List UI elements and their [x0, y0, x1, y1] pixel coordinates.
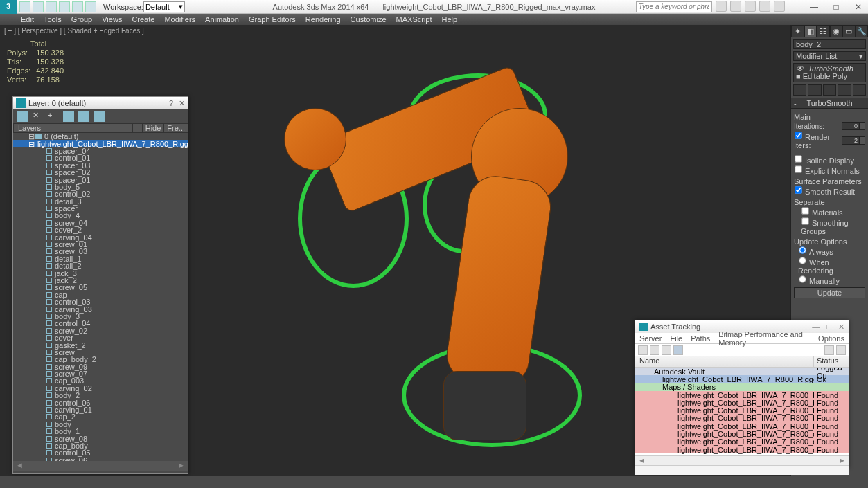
layer-row[interactable]: ⊟ 0 (default) — [13, 133, 188, 140]
tab-modify[interactable]: ◧ — [804, 25, 817, 37]
asset-row[interactable]: lightweight_Cobot_LBR_IIWA_7_R800_bump.P… — [635, 391, 849, 399]
layer-row[interactable]: body_1 — [13, 428, 188, 435]
tab-create[interactable]: ✦ — [791, 25, 804, 37]
menu-views[interactable]: Views — [102, 15, 122, 24]
menu-graph-editors[interactable]: Graph Editors — [249, 15, 296, 24]
layer-row[interactable]: screw_08 — [13, 435, 188, 442]
open-icon[interactable] — [33, 1, 44, 12]
modifier-list-combo[interactable]: Modifier List▾ — [793, 51, 866, 61]
render-iters-check[interactable] — [795, 132, 801, 138]
layer-row[interactable]: carving_04 — [13, 233, 188, 240]
layer-row[interactable]: cover — [13, 334, 188, 341]
asset-tool-help[interactable] — [836, 345, 846, 355]
layer-row[interactable]: carving_01 — [13, 406, 188, 413]
menu-tools[interactable]: Tools — [44, 15, 62, 24]
layer-row[interactable]: control_03 — [13, 298, 188, 305]
new-icon[interactable] — [19, 1, 30, 12]
layer-close-button[interactable]: ✕ — [179, 99, 185, 108]
menu-edit[interactable]: Edit — [21, 15, 34, 24]
iterations-spinner[interactable] — [842, 122, 860, 130]
update-button[interactable]: Update — [794, 287, 865, 298]
show-end-result-icon[interactable] — [808, 84, 821, 96]
layer-manager-window[interactable]: Layer: 0 (default) ?✕ ✕ + Layers Hide Fr… — [12, 96, 188, 474]
layer-row[interactable]: body_3 — [13, 313, 188, 320]
asset-tool-3[interactable] — [662, 345, 671, 355]
workspace-combo[interactable]: Default▾ — [143, 1, 185, 12]
pin-stack-icon[interactable] — [793, 84, 806, 96]
explicit-normals-check[interactable] — [795, 165, 801, 172]
isoline-check[interactable] — [795, 155, 801, 162]
configure-sets-icon[interactable] — [853, 84, 866, 96]
update-always-radio[interactable] — [799, 246, 806, 253]
layer-row[interactable]: control_01 — [13, 154, 188, 161]
asset-tool-2[interactable] — [650, 345, 659, 355]
delete-layer-icon[interactable]: ✕ — [33, 111, 44, 122]
add-to-layer-icon[interactable]: + — [48, 111, 59, 122]
layer-row[interactable]: spacer_03 — [13, 162, 188, 169]
exchange-icon[interactable] — [745, 1, 756, 12]
render-iters-spinner[interactable] — [842, 136, 860, 145]
asset-menu-paths[interactable]: Paths — [691, 334, 710, 343]
app-logo[interactable]: 3 — [0, 0, 17, 14]
menu-group[interactable]: Group — [71, 15, 93, 24]
asset-row[interactable]: Autodesk VaultLogged Ou — [635, 368, 849, 375]
select-objects-icon[interactable] — [63, 111, 74, 122]
asset-scroll-right[interactable]: ► — [838, 456, 846, 465]
close-button[interactable]: ✕ — [851, 2, 865, 12]
layer-row[interactable]: cap_003 — [13, 377, 188, 384]
layer-row[interactable]: jack_3 — [13, 269, 188, 276]
layer-row[interactable]: screw_01 — [13, 241, 188, 248]
menu-animation[interactable]: Animation — [205, 15, 239, 24]
asset-menu-server[interactable]: Server — [639, 334, 662, 343]
remove-modifier-icon[interactable] — [838, 84, 851, 96]
layer-help-button[interactable]: ? — [169, 99, 173, 108]
layer-row[interactable]: body_2 — [13, 392, 188, 399]
asset-row[interactable]: lightweight_Cobot_LBR_IIWA_7_R800_diffus… — [635, 446, 849, 453]
asset-maximize-button[interactable]: □ — [826, 323, 831, 332]
object-name-field[interactable]: body_2 — [793, 39, 866, 49]
menu-rendering[interactable]: Rendering — [305, 15, 341, 24]
tab-hierarchy[interactable]: ☷ — [817, 25, 830, 37]
help-icon[interactable] — [774, 1, 785, 12]
menu-maxscript[interactable]: MAXScript — [396, 15, 432, 24]
layer-row[interactable]: body — [13, 421, 188, 428]
asset-menu-options[interactable]: Options — [818, 334, 844, 343]
layer-row[interactable]: body_5 — [13, 183, 188, 190]
search-input[interactable] — [636, 1, 712, 12]
asset-list[interactable]: Autodesk VaultLogged Oulightweight_Cobot… — [635, 368, 849, 455]
maximize-button[interactable]: □ — [829, 2, 843, 12]
asset-menu-bitmap[interactable]: Bitmap Performance and Memory — [718, 330, 810, 347]
undo-icon[interactable] — [59, 1, 70, 12]
layer-row[interactable]: screw — [13, 349, 188, 356]
asset-row[interactable]: Maps / Shaders — [635, 383, 849, 391]
asset-row[interactable]: lightweight_Cobot_LBR_IIWA_7_R800_bump_5… — [635, 422, 849, 430]
layer-row[interactable]: jack_2 — [13, 277, 188, 284]
layer-row[interactable]: cap — [13, 291, 188, 298]
asset-row[interactable]: lightweight_Cobot_LBR_IIWA_7_R800_diffus… — [635, 438, 849, 446]
layer-row[interactable]: cap_body_2 — [13, 356, 188, 363]
layer-row[interactable]: control_05 — [13, 449, 188, 456]
asset-tool-refresh[interactable] — [824, 345, 834, 355]
layer-row[interactable]: cover_2 — [13, 226, 188, 233]
scroll-right-icon[interactable]: ► — [177, 461, 185, 471]
menu-modifiers[interactable]: Modifiers — [164, 15, 195, 24]
make-unique-icon[interactable] — [823, 84, 836, 96]
layer-row[interactable]: detail_2 — [13, 262, 188, 269]
asset-col-name[interactable]: Name — [635, 356, 814, 367]
layer-row[interactable]: spacer_01 — [13, 176, 188, 183]
asset-tool-1[interactable] — [638, 345, 648, 355]
tab-display[interactable]: ▭ — [842, 25, 856, 37]
layer-row[interactable]: screw_04 — [13, 219, 188, 226]
layer-row[interactable]: screw_03 — [13, 248, 188, 255]
asset-row[interactable]: lightweight_Cobot_LBR_IIWA_7_R800_bump_4… — [635, 415, 849, 422]
layer-row[interactable]: ⊟ lightweight_Cobot_LBR_IIWA_7_R800_Rigg… — [13, 140, 188, 147]
layer-row[interactable]: screw_07 — [13, 370, 188, 377]
modifier-stack[interactable]: 👁 TurboSmooth ■ Editable Poly — [793, 63, 866, 82]
asset-row[interactable]: lightweight_Cobot_LBR_IIWA_7_R800_Rigged… — [635, 375, 849, 383]
tab-motion[interactable]: ◉ — [830, 25, 843, 37]
menu-customize[interactable]: Customize — [351, 15, 387, 24]
asset-menu-file[interactable]: File — [670, 334, 682, 343]
asset-tool-4[interactable] — [673, 345, 683, 355]
tab-utilities[interactable]: 🔧 — [856, 25, 869, 37]
smooth-result-check[interactable] — [795, 186, 801, 193]
